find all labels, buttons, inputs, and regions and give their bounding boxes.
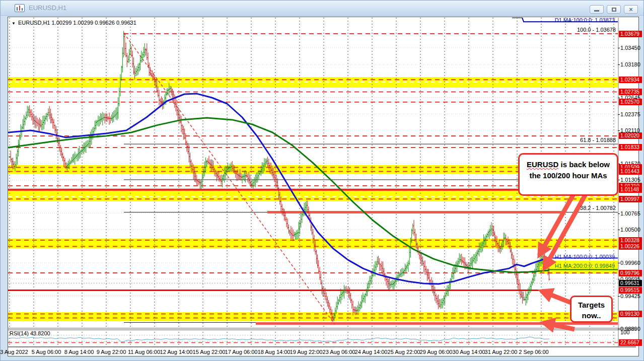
price-badge-red: 1.00997 bbox=[619, 196, 642, 202]
price-axis-label: 0.99425 bbox=[620, 293, 640, 299]
price-badge-red: 0.99130 bbox=[619, 311, 642, 317]
close-button[interactable]: × bbox=[624, 5, 638, 14]
time-axis-label: 5 Aug 06:00 bbox=[32, 349, 61, 355]
time-axis-label: 3 Aug 2022 bbox=[0, 349, 28, 355]
price-badge-red: 1.01833 bbox=[619, 144, 642, 151]
price-badge-red: 0.99515 bbox=[619, 287, 642, 294]
price-axis-label: 1.01305 bbox=[620, 177, 640, 183]
chart-icon bbox=[15, 4, 25, 12]
rsi-level-badge: 22.6667 bbox=[619, 339, 642, 346]
price-axis-tick bbox=[618, 329, 620, 329]
price-axis-label: 1.00765 bbox=[620, 210, 640, 216]
minimize-icon bbox=[594, 10, 599, 12]
time-axis-label: 12 Aug 14:00 bbox=[160, 349, 193, 355]
time-axis-label: 19 Aug 22:00 bbox=[290, 349, 323, 355]
annotation-word: EURUSD bbox=[527, 160, 558, 169]
price-badge-red: 1.02570 bbox=[619, 99, 642, 105]
price-axis-tick bbox=[618, 64, 620, 65]
time-axis-label: 15 Aug 22:00 bbox=[193, 349, 226, 355]
restore-button[interactable] bbox=[607, 5, 621, 14]
time-axis-label: 2 Sep 06:00 bbox=[519, 349, 548, 355]
fib-level-label: 38.2 - 1.00782 bbox=[580, 205, 616, 211]
ma-label: D1 MA:100:0:0: 1.03873 bbox=[555, 17, 615, 23]
fib-level-label: 100.0 - 1.03678 bbox=[577, 27, 616, 33]
price-badge-red: 1.02934 bbox=[619, 77, 642, 83]
fib-level-label: 61.8 - 1.01888 bbox=[580, 137, 616, 143]
price-axis-tick bbox=[618, 263, 620, 263]
ma-label: H1 MA:200:0:0: 0.99849 bbox=[555, 263, 615, 269]
time-axis-label: 9 Aug 22:00 bbox=[97, 349, 126, 355]
symbol-dropdown-arrow-icon[interactable]: ▼ bbox=[12, 21, 16, 26]
ma-label: H1 MA:100:0:0: 1.00039 bbox=[555, 254, 615, 260]
time-axis-label: 23 Aug 06:00 bbox=[323, 349, 355, 355]
price-axis-tick bbox=[618, 296, 620, 297]
rsi-scale-max: 100 bbox=[620, 329, 629, 335]
ohlc-info-line: ▼EURUSD,H1 1.00299 1.00299 0.99626 0.996… bbox=[12, 20, 136, 26]
price-axis-tick bbox=[618, 48, 620, 48]
price-axis-label: 1.03180 bbox=[620, 61, 640, 67]
price-badge-red: 0.99796 bbox=[619, 270, 642, 276]
time-axis-label: 11 Aug 06:00 bbox=[128, 349, 160, 355]
annotation-box-targets[interactable]: Targets now.. bbox=[570, 296, 613, 323]
time-axis-label: 8 Aug 14:00 bbox=[64, 349, 94, 355]
price-axis-label: 0.99960 bbox=[620, 260, 640, 266]
price-axis-tick bbox=[618, 213, 620, 214]
price-axis-tick bbox=[618, 230, 620, 230]
price-badge-black: 0.99631 bbox=[619, 280, 642, 286]
annotation-box-ma-comment[interactable]: EURUSD is back below the 100/200 hour MA… bbox=[518, 153, 618, 196]
price-axis-tick bbox=[618, 98, 620, 98]
price-badge-red: 1.01148 bbox=[619, 186, 642, 193]
price-axis-label: 1.03450 bbox=[620, 45, 640, 51]
price-badge-red: 1.01443 bbox=[619, 168, 642, 175]
price-axis-tick bbox=[618, 279, 620, 279]
time-axis-label: 29 Aug 06:00 bbox=[420, 349, 453, 355]
price-badge-red: 1.02020 bbox=[619, 132, 642, 139]
window-title: EURUSD,H1 bbox=[29, 4, 66, 12]
price-axis-tick bbox=[618, 130, 620, 131]
time-axis-label: 25 Aug 22:00 bbox=[388, 349, 420, 355]
ohlc-values: EURUSD,H1 1.00299 1.00299 0.99626 0.9963… bbox=[18, 20, 136, 26]
time-axis-label: 31 Aug 22:00 bbox=[485, 349, 518, 355]
window-titlebar: EURUSD,H1 × bbox=[1, 1, 644, 16]
time-axis-label: 18 Aug 14:00 bbox=[258, 349, 291, 355]
minimize-button[interactable] bbox=[590, 5, 604, 14]
price-badge-red: 1.02735 bbox=[619, 89, 642, 95]
time-axis-label: 30 Aug 14:00 bbox=[453, 349, 485, 355]
time-axis-label: 24 Aug 14:00 bbox=[355, 349, 388, 355]
restore-icon bbox=[612, 8, 616, 12]
price-axis-tick bbox=[618, 114, 620, 115]
price-badge-red: 1.03679 bbox=[619, 31, 642, 37]
price-axis-label: 1.02375 bbox=[620, 111, 640, 117]
close-icon: × bbox=[624, 6, 637, 14]
price-badge-red: 1.00226 bbox=[619, 243, 642, 250]
rsi-indicator-label: RSI(14) 43.8200 bbox=[10, 330, 50, 336]
time-axis-label: 17 Aug 06:00 bbox=[225, 349, 258, 355]
price-axis-label: 1.00500 bbox=[620, 227, 640, 233]
mt4-chart-window: EURUSD,H1 × ▼EURUSD,H1 1.00299 1.00299 0… bbox=[0, 0, 644, 361]
